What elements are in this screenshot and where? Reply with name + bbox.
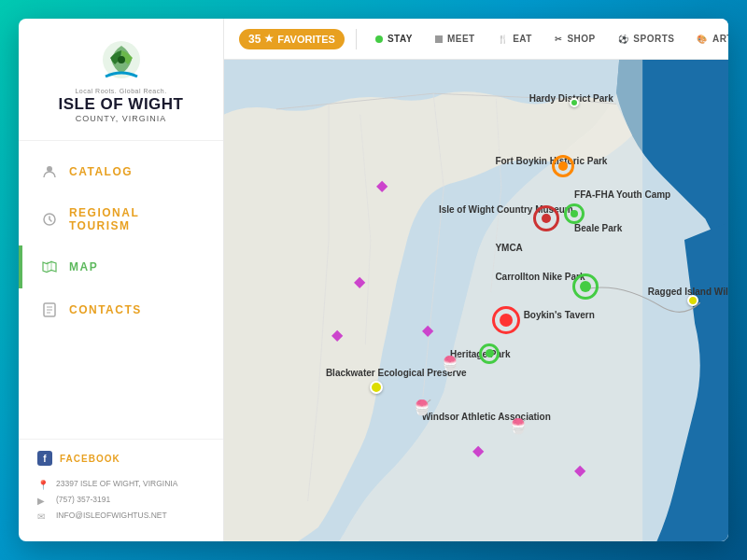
sidebar-item-contacts[interactable]: CONTACTS xyxy=(19,288,223,331)
filter-shop[interactable]: ✂ SHOP xyxy=(547,30,603,48)
address-row: 📍 23397 ISLE OF WIGHT, VIRGINIA xyxy=(37,479,204,490)
logo-area: Local Roots. Global Reach. ISLE OF WIGHT… xyxy=(19,19,223,141)
phone-text: (757) 357-3191 xyxy=(56,495,110,505)
art-label: ART xyxy=(712,34,728,44)
clock-icon xyxy=(41,211,58,228)
main-content: 35 ★ FAVORITES STAY MEET 🍴 EAT ✂ SHOP xyxy=(224,19,728,541)
art-icon: 🎨 xyxy=(697,35,708,44)
svg-point-1 xyxy=(118,56,125,63)
map-svg xyxy=(224,60,728,541)
sidebar-item-label-contacts: CONTACTS xyxy=(69,303,142,316)
sidebar-item-label-map: MAP xyxy=(69,260,98,273)
sports-icon: ⚽ xyxy=(618,35,629,44)
sidebar-item-catalog[interactable]: CATALOG xyxy=(19,150,223,193)
favorites-button[interactable]: 35 ★ FAVORITES xyxy=(239,29,345,49)
person-icon xyxy=(41,163,58,180)
location-icon: 📍 xyxy=(37,480,49,490)
sidebar: Local Roots. Global Reach. ISLE OF WIGHT… xyxy=(19,19,224,541)
contacts-icon xyxy=(41,301,58,318)
svg-point-2 xyxy=(47,166,52,172)
phone-row: ▶ (757) 357-3191 xyxy=(37,495,204,506)
toolbar: 35 ★ FAVORITES STAY MEET 🍴 EAT ✂ SHOP xyxy=(224,19,728,60)
meet-icon xyxy=(435,35,443,43)
filter-meet[interactable]: MEET xyxy=(428,30,483,48)
eat-icon: 🍴 xyxy=(498,35,509,44)
sidebar-item-label-catalog: CATALOG xyxy=(69,165,133,178)
email-icon: ✉ xyxy=(37,511,49,522)
sports-label: SPORTS xyxy=(633,34,674,44)
sidebar-item-map[interactable]: MAP xyxy=(19,245,223,288)
facebook-icon: f xyxy=(37,451,52,466)
filter-sports[interactable]: ⚽ SPORTS xyxy=(611,30,683,48)
logo-icon xyxy=(96,41,147,82)
toolbar-divider xyxy=(356,29,357,49)
phone-icon: ▶ xyxy=(37,496,49,506)
sidebar-nav: CATALOG REGIONAL TOURISM MAP xyxy=(19,141,223,439)
email-text: INFO@ISLEOFWIGHTUS.NET xyxy=(56,511,167,521)
stay-label: STAY xyxy=(388,34,413,44)
filter-stay[interactable]: STAY xyxy=(368,30,420,48)
logo-subtitle: COUNTY, VIRGINIA xyxy=(76,114,166,123)
filter-art[interactable]: 🎨 ART xyxy=(689,30,728,48)
map-area[interactable]: Hardy District Park Fort Boykin Historic… xyxy=(224,60,728,541)
facebook-label: FACEBOOK xyxy=(60,454,120,464)
logo-tagline: Local Roots. Global Reach. xyxy=(75,88,166,94)
favorites-label: FAVORITES xyxy=(277,34,335,45)
logo-title: ISLE OF WIGHT xyxy=(59,96,184,114)
shop-icon: ✂ xyxy=(555,35,563,44)
social-links[interactable]: f FACEBOOK xyxy=(19,439,223,473)
map-icon xyxy=(41,259,58,275)
stay-dot xyxy=(375,35,383,43)
star-icon: ★ xyxy=(264,33,274,45)
eat-label: EAT xyxy=(513,34,532,44)
shop-label: SHOP xyxy=(567,34,595,44)
contact-info: 📍 23397 ISLE OF WIGHT, VIRGINIA ▶ (757) … xyxy=(19,473,223,541)
email-row: ✉ INFO@ISLEOFWIGHTUS.NET xyxy=(37,511,204,522)
address-text: 23397 ISLE OF WIGHT, VIRGINIA xyxy=(56,479,177,489)
sidebar-item-label-regional-tourism: REGIONAL TOURISM xyxy=(69,206,204,233)
favorites-count: 35 xyxy=(248,33,261,46)
filter-eat[interactable]: 🍴 EAT xyxy=(490,30,540,48)
sidebar-item-regional-tourism[interactable]: REGIONAL TOURISM xyxy=(19,193,223,246)
meet-label: MEET xyxy=(447,34,475,44)
